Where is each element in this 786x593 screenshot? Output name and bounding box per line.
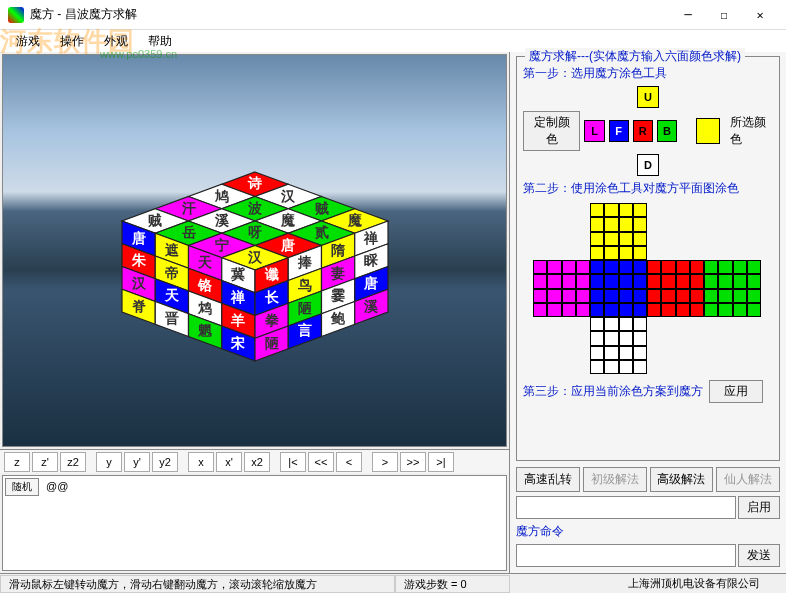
net-cell[interactable] [619,289,633,303]
net-cell[interactable] [590,303,604,317]
net-cell[interactable] [547,289,561,303]
net-cell[interactable] [619,232,633,246]
net-cell[interactable] [747,260,761,274]
net-cell[interactable] [590,317,604,331]
minimize-button[interactable]: ─ [670,1,706,29]
net-cell[interactable] [676,260,690,274]
ctrl-y[interactable]: y [96,452,122,472]
net-cell[interactable] [633,232,647,246]
net-cell[interactable] [633,203,647,217]
face-b[interactable]: B [657,120,677,142]
net-cell[interactable] [704,260,718,274]
net-cell[interactable] [718,289,732,303]
net-cell[interactable] [747,274,761,288]
net-cell[interactable] [533,260,547,274]
log-tab[interactable]: 随机 [5,478,39,496]
net-cell[interactable] [647,274,661,288]
net-cell[interactable] [733,260,747,274]
face-f[interactable]: F [609,120,629,142]
net-cell[interactable] [590,246,604,260]
net-cell[interactable] [619,346,633,360]
menu-game[interactable]: 游戏 [6,33,50,50]
net-cell[interactable] [690,289,704,303]
ctrl-x-prime[interactable]: x' [216,452,242,472]
basic-solve-button[interactable]: 初级解法 [583,467,647,492]
net-cell[interactable] [718,260,732,274]
apply-button[interactable]: 应用 [709,380,763,403]
advanced-solve-button[interactable]: 高级解法 [650,467,714,492]
net-cell[interactable] [604,246,618,260]
net-cell[interactable] [604,232,618,246]
net-cell[interactable] [676,303,690,317]
nav-prev[interactable]: < [336,452,362,472]
net-cell[interactable] [633,260,647,274]
net-cell[interactable] [633,346,647,360]
enable-button[interactable]: 启用 [738,496,780,519]
menu-operate[interactable]: 操作 [50,33,94,50]
net-cell[interactable] [533,289,547,303]
net-cell[interactable] [733,289,747,303]
net-cell[interactable] [633,246,647,260]
net-face-r[interactable] [647,260,704,317]
close-button[interactable]: ✕ [742,1,778,29]
send-button[interactable]: 发送 [738,544,780,567]
net-cell[interactable] [562,260,576,274]
net-cell[interactable] [590,289,604,303]
nav-last[interactable]: >| [428,452,454,472]
net-cell[interactable] [690,260,704,274]
net-face-d[interactable] [590,317,647,374]
face-l[interactable]: L [584,120,604,142]
net-cell[interactable] [590,360,604,374]
net-cell[interactable] [747,303,761,317]
net-cell[interactable] [619,303,633,317]
ctrl-y-prime[interactable]: y' [124,452,150,472]
nav-first[interactable]: |< [280,452,306,472]
net-cell[interactable] [590,203,604,217]
net-cell[interactable] [547,260,561,274]
net-cell[interactable] [590,331,604,345]
net-cell[interactable] [633,289,647,303]
net-face-f[interactable] [590,260,647,317]
net-cell[interactable] [576,274,590,288]
ctrl-z-prime[interactable]: z' [32,452,58,472]
net-cell[interactable] [690,303,704,317]
net-cell[interactable] [733,303,747,317]
net-cell[interactable] [619,317,633,331]
nav-rew[interactable]: << [308,452,334,472]
net-cell[interactable] [661,260,675,274]
net-cell[interactable] [661,289,675,303]
ctrl-z[interactable]: z [4,452,30,472]
net-cell[interactable] [619,274,633,288]
solution-input[interactable] [516,496,736,519]
net-cell[interactable] [562,274,576,288]
net-cell[interactable] [604,360,618,374]
net-cell[interactable] [590,260,604,274]
net-face-l[interactable] [533,260,590,317]
net-cell[interactable] [704,303,718,317]
nav-next[interactable]: > [372,452,398,472]
net-cell[interactable] [604,203,618,217]
net-cell[interactable] [590,217,604,231]
net-cell[interactable] [718,303,732,317]
net-cell[interactable] [547,303,561,317]
face-r[interactable]: R [633,120,653,142]
ctrl-z2[interactable]: z2 [60,452,86,472]
net-cell[interactable] [619,246,633,260]
net-cell[interactable] [576,289,590,303]
menu-help[interactable]: 帮助 [138,33,182,50]
menu-appearance[interactable]: 外观 [94,33,138,50]
net-cell[interactable] [704,274,718,288]
face-u[interactable]: U [637,86,659,108]
ctrl-x[interactable]: x [188,452,214,472]
net-cell[interactable] [633,217,647,231]
net-cell[interactable] [562,303,576,317]
net-cell[interactable] [633,274,647,288]
command-input[interactable] [516,544,736,567]
master-solve-button[interactable]: 仙人解法 [716,467,780,492]
net-cell[interactable] [647,260,661,274]
net-cell[interactable] [604,303,618,317]
maximize-button[interactable]: ☐ [706,1,742,29]
net-cell[interactable] [590,232,604,246]
face-d[interactable]: D [637,154,659,176]
net-cell[interactable] [590,274,604,288]
